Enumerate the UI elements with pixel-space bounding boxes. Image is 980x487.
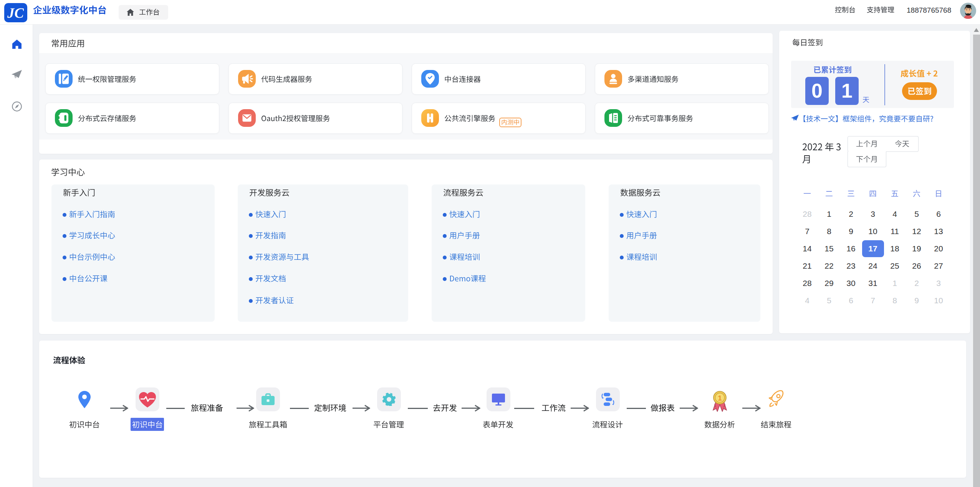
svg-text:1: 1 bbox=[718, 394, 722, 402]
